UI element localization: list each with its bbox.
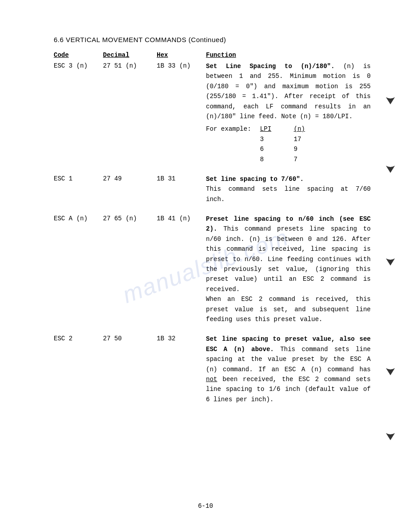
lpi-header: LPI bbox=[260, 125, 271, 133]
table-header: Code Decimal Hex Function bbox=[54, 51, 371, 59]
header-function: Function bbox=[206, 51, 371, 59]
decimal-escAn: 27 65 (n) bbox=[103, 214, 157, 324]
command-esc1: ESC 1 27 49 1B 31 Set line spacing to 7/… bbox=[54, 174, 371, 204]
hex-esc1: 1B 31 bbox=[157, 174, 206, 204]
function-bold-esc2: Set line spacing to preset value, also s… bbox=[206, 335, 371, 352]
decimal-esc2: 27 50 bbox=[103, 334, 157, 404]
function-bold-esc1: Set line spacing to 7/60". bbox=[206, 176, 304, 183]
command-escAn: ESC A (n) 27 65 (n) 1B 41 (n) Preset lin… bbox=[54, 214, 371, 324]
function-bold-escAn: Preset line spacing to n/60 inch (see ES… bbox=[206, 215, 371, 232]
code-esc1: ESC 1 bbox=[54, 174, 103, 204]
scroll-arrow-2[interactable] bbox=[384, 165, 397, 177]
n-header: (n) bbox=[294, 125, 305, 133]
scroll-arrow-1[interactable] bbox=[384, 96, 397, 108]
scroll-arrow-4[interactable] bbox=[384, 367, 397, 379]
header-hex: Hex bbox=[157, 51, 206, 59]
function-esc1: Set line spacing to 7/60". This command … bbox=[206, 174, 371, 204]
scroll-arrow-3[interactable] bbox=[384, 257, 397, 270]
page-number: 6-10 bbox=[198, 502, 213, 510]
n-row-3: 7 bbox=[294, 154, 305, 164]
lpi-row-2: 6 bbox=[260, 144, 271, 154]
decimal-esc3n: 27 51 (n) bbox=[103, 61, 157, 164]
command-esc2: ESC 2 27 50 1B 32 Set line spacing to pr… bbox=[54, 334, 371, 404]
header-decimal: Decimal bbox=[103, 51, 157, 59]
example-label: For example: bbox=[206, 124, 251, 134]
lpi-column: LPI 3 6 8 bbox=[260, 124, 271, 164]
hex-esc3n: 1B 33 (n) bbox=[157, 61, 206, 164]
document-page: manualslib.com 6.6 VERTICAL MOVEMENT COM… bbox=[0, 0, 411, 532]
n-column: (n) 17 9 7 bbox=[294, 124, 305, 164]
scroll-arrow-5[interactable] bbox=[384, 432, 397, 444]
n-row-1: 17 bbox=[294, 134, 305, 144]
function-bold-esc3n: Set Line Spacing to (n)/180". bbox=[206, 63, 334, 70]
underline-not: not bbox=[206, 376, 217, 383]
hex-escAn: 1B 41 (n) bbox=[157, 214, 206, 324]
n-row-2: 9 bbox=[294, 144, 305, 154]
lpi-row-1: 3 bbox=[260, 134, 271, 144]
decimal-esc1: 27 49 bbox=[103, 174, 157, 204]
function-esc3n: Set Line Spacing to (n)/180". (n) is bet… bbox=[206, 61, 371, 164]
hex-esc2: 1B 32 bbox=[157, 334, 206, 404]
code-escAn: ESC A (n) bbox=[54, 214, 103, 324]
section-title: 6.6 VERTICAL MOVEMENT COMMANDS (Continue… bbox=[54, 36, 371, 43]
function-esc2: Set line spacing to preset value, also s… bbox=[206, 334, 371, 404]
header-code: Code bbox=[54, 51, 103, 59]
function-escAn: Preset line spacing to n/60 inch (see ES… bbox=[206, 214, 371, 324]
code-esc2: ESC 2 bbox=[54, 334, 103, 404]
code-esc3n: ESC 3 (n) bbox=[54, 61, 103, 164]
command-esc3n: ESC 3 (n) 27 51 (n) 1B 33 (n) Set Line S… bbox=[54, 61, 371, 164]
lpi-row-3: 8 bbox=[260, 154, 271, 164]
